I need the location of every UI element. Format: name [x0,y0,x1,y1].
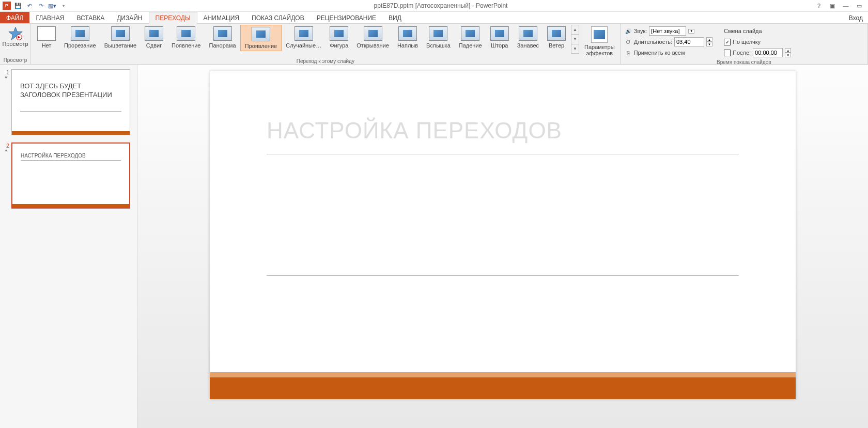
preview-star-icon [8,26,23,41]
transition-ветер[interactable]: Ветер [543,25,570,50]
slide-thumbnail-2[interactable]: НАСТРОЙКА ПЕРЕХОДОВ [11,142,130,209]
redo-icon[interactable]: ↷ [36,1,46,11]
preview-button[interactable]: Просмотр [2,25,28,49]
duration-icon: ⏱ [625,38,632,45]
transition-выцветание[interactable]: Выцветание [100,25,141,50]
transition-нет[interactable]: Нет [33,25,60,50]
group-preview-label: Просмотр [2,57,28,64]
transition-label: Ветер [549,42,564,49]
transition-icon [547,26,566,41]
slide-editor-area[interactable]: НАСТРОЙКА ПЕРЕХОДОВ [137,65,868,428]
sound-dropdown-icon[interactable]: ▼ [688,29,694,34]
thumb-1-title: ВОТ ЗДЕСЬ БУДЕТ ЗАГОЛОВОК ПРЕЗЕНТАЦИИ [20,82,121,100]
gallery-more-icon[interactable]: ▼ [571,44,579,53]
transition-icon [252,27,270,41]
on-click-checkbox[interactable]: ✓ [724,39,731,45]
after-spin-up[interactable]: ▲ [785,48,791,53]
transition-label: Прорезание [64,42,96,49]
effect-options-icon [591,26,608,43]
transition-открывание[interactable]: Открывание [352,25,393,50]
transition-панорама[interactable]: Панорама [205,25,240,50]
duration-input[interactable] [674,37,704,46]
help-icon[interactable]: ? [813,1,825,11]
tab-view[interactable]: ВИД [382,12,408,24]
restore-icon[interactable]: ▭ [853,1,865,11]
tab-home[interactable]: ГЛАВНАЯ [29,12,70,24]
group-timing: 🔊 Звук: ▼ ⏱ Длительность: ▲▼ ⎘ Применить… [621,24,868,64]
transition-label: Падение [459,42,482,49]
after-spin-down[interactable]: ▼ [785,53,791,57]
on-click-label: По щелчку [733,39,761,45]
tab-insert[interactable]: ВСТАВКА [70,12,111,24]
transition-label: Наплыв [397,42,418,49]
effect-options-button[interactable]: Параметры эффектов [581,25,618,58]
transition-наплыв[interactable]: Наплыв [393,25,422,50]
transition-прорезание[interactable]: Прорезание [60,25,100,50]
slide-thumbnails-panel[interactable]: 1 ✶ ВОТ ЗДЕСЬ БУДЕТ ЗАГОЛОВОК ПРЕЗЕНТАЦИ… [0,65,137,428]
undo-icon[interactable]: ↶ [24,1,35,11]
transition-label: Выцветание [104,42,136,49]
duration-spin-down[interactable]: ▼ [706,42,712,46]
transition-сдвиг[interactable]: Сдвиг [141,25,167,50]
transition-label: Вспышка [426,42,451,49]
transition-label: Сдвиг [146,42,162,49]
group-preview: Просмотр Просмотр [0,24,31,64]
qat-customize-icon[interactable]: ▾ [58,1,69,11]
gallery-scroll-up[interactable]: ▲ [571,25,579,35]
transition-icon [398,26,417,41]
thumbnail-wrap-1: 1 ✶ ВОТ ЗДЕСЬ БУДЕТ ЗАГОЛОВОК ПРЕЗЕНТАЦИ… [4,69,133,135]
after-checkbox[interactable] [724,50,731,56]
transition-icon [519,26,537,41]
transition-проявление[interactable]: Проявление [240,25,282,51]
transition-label: Фигура [330,42,348,49]
tab-design[interactable]: ДИЗАЙН [111,12,148,24]
ribbon-tabs: ФАЙЛ ГЛАВНАЯ ВСТАВКА ДИЗАЙН ПЕРЕХОДЫ АНИ… [0,12,868,24]
transition-случайные[interactable]: Случайные… [282,25,326,50]
duration-label: Длительность: [634,39,672,45]
transition-появление[interactable]: Появление [167,25,205,50]
tab-slideshow[interactable]: ПОКАЗ СЛАЙДОВ [245,12,311,24]
transition-фигура[interactable]: Фигура [326,25,352,50]
effect-options-label: Параметры эффектов [584,44,615,56]
sound-icon: 🔊 [625,27,632,35]
sound-select[interactable] [649,26,686,36]
window-title: pptE87D.pptm [Автосохраненный] - PowerPo… [69,2,813,9]
transition-label: Панорама [209,42,236,49]
start-from-beginning-icon[interactable]: ▧▾ [47,1,57,11]
thumb-1-animation-icon: ✶ [4,75,11,80]
transition-icon [364,26,382,41]
ribbon-display-icon[interactable]: ▣ [826,1,839,11]
group-transitions-label: Переход к этому слайду [33,58,618,65]
transition-вспышка[interactable]: Вспышка [422,25,455,50]
apply-to-all-button[interactable]: ⎘ Применить ко всем [625,47,712,58]
group-timing-label: Время показа слайдов [623,59,865,66]
transition-label: Открывание [357,42,389,49]
transition-label: Нет [42,42,52,49]
save-icon[interactable]: 💾 [13,1,23,11]
transition-штора[interactable]: Штора [486,25,513,50]
sound-label: Звук: [634,28,647,34]
sign-in-button[interactable]: Вход [844,12,868,24]
transition-icon [429,26,447,41]
duration-spin-up[interactable]: ▲ [706,37,712,42]
transition-label: Проявление [245,43,277,49]
minimize-icon[interactable]: — [840,1,852,11]
current-slide[interactable]: НАСТРОЙКА ПЕРЕХОДОВ [210,71,796,399]
tab-transitions[interactable]: ПЕРЕХОДЫ [149,12,197,24]
tab-file[interactable]: ФАЙЛ [0,12,29,24]
transition-icon [145,26,163,41]
window-controls: ? ▣ — ▭ [813,1,868,11]
tab-review[interactable]: РЕЦЕНЗИРОВАНИЕ [311,12,382,24]
advance-slide-header: Смена слайда [724,28,762,34]
tab-animations[interactable]: АНИМАЦИЯ [197,12,245,24]
transition-падение[interactable]: Падение [455,25,486,50]
transition-icon [295,26,313,41]
slide-thumbnail-1[interactable]: ВОТ ЗДЕСЬ БУДЕТ ЗАГОЛОВОК ПРЕЗЕНТАЦИИ [11,69,130,135]
gallery-scroll-down[interactable]: ▼ [571,35,579,44]
transition-icon [111,26,130,41]
after-input[interactable] [753,48,783,57]
thumb-2-title: НАСТРОЙКА ПЕРЕХОДОВ [21,153,121,158]
title-bar: P 💾 ↶ ↷ ▧▾ ▾ pptE87D.pptm [Автосохраненн… [0,0,868,12]
transition-занавес[interactable]: Занавес [513,25,543,50]
transition-icon [330,26,348,41]
